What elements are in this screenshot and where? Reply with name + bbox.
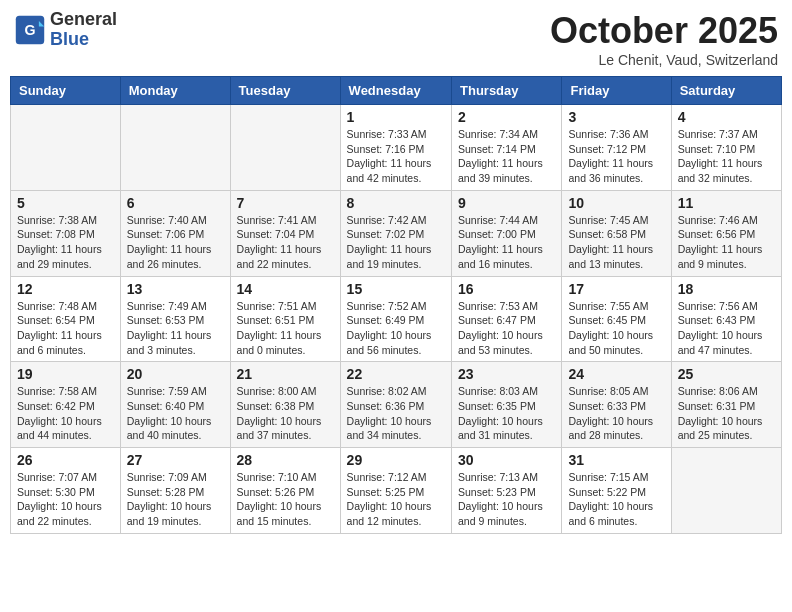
day-info: Sunrise: 7:10 AM Sunset: 5:26 PM Dayligh… — [237, 470, 334, 529]
day-info: Sunrise: 8:03 AM Sunset: 6:35 PM Dayligh… — [458, 384, 555, 443]
day-info: Sunrise: 7:36 AM Sunset: 7:12 PM Dayligh… — [568, 127, 664, 186]
day-number: 28 — [237, 452, 334, 468]
week-row-2: 5Sunrise: 7:38 AM Sunset: 7:08 PM Daylig… — [11, 190, 782, 276]
day-number: 13 — [127, 281, 224, 297]
day-number: 10 — [568, 195, 664, 211]
day-info: Sunrise: 7:15 AM Sunset: 5:22 PM Dayligh… — [568, 470, 664, 529]
calendar-cell: 25Sunrise: 8:06 AM Sunset: 6:31 PM Dayli… — [671, 362, 781, 448]
location: Le Chenit, Vaud, Switzerland — [550, 52, 778, 68]
day-number: 11 — [678, 195, 775, 211]
day-number: 21 — [237, 366, 334, 382]
day-number: 29 — [347, 452, 445, 468]
day-number: 14 — [237, 281, 334, 297]
day-info: Sunrise: 7:59 AM Sunset: 6:40 PM Dayligh… — [127, 384, 224, 443]
calendar-cell: 10Sunrise: 7:45 AM Sunset: 6:58 PM Dayli… — [562, 190, 671, 276]
calendar-cell: 3Sunrise: 7:36 AM Sunset: 7:12 PM Daylig… — [562, 105, 671, 191]
logo-blue: Blue — [50, 30, 117, 50]
day-info: Sunrise: 7:44 AM Sunset: 7:00 PM Dayligh… — [458, 213, 555, 272]
day-number: 17 — [568, 281, 664, 297]
calendar-cell: 18Sunrise: 7:56 AM Sunset: 6:43 PM Dayli… — [671, 276, 781, 362]
day-info: Sunrise: 7:42 AM Sunset: 7:02 PM Dayligh… — [347, 213, 445, 272]
day-number: 31 — [568, 452, 664, 468]
calendar-cell: 5Sunrise: 7:38 AM Sunset: 7:08 PM Daylig… — [11, 190, 121, 276]
calendar-cell: 6Sunrise: 7:40 AM Sunset: 7:06 PM Daylig… — [120, 190, 230, 276]
calendar-cell: 7Sunrise: 7:41 AM Sunset: 7:04 PM Daylig… — [230, 190, 340, 276]
day-info: Sunrise: 7:38 AM Sunset: 7:08 PM Dayligh… — [17, 213, 114, 272]
day-info: Sunrise: 7:53 AM Sunset: 6:47 PM Dayligh… — [458, 299, 555, 358]
day-number: 12 — [17, 281, 114, 297]
calendar-cell — [230, 105, 340, 191]
calendar-cell: 12Sunrise: 7:48 AM Sunset: 6:54 PM Dayli… — [11, 276, 121, 362]
calendar-cell: 14Sunrise: 7:51 AM Sunset: 6:51 PM Dayli… — [230, 276, 340, 362]
week-row-5: 26Sunrise: 7:07 AM Sunset: 5:30 PM Dayli… — [11, 448, 782, 534]
calendar-cell: 17Sunrise: 7:55 AM Sunset: 6:45 PM Dayli… — [562, 276, 671, 362]
title-section: October 2025 Le Chenit, Vaud, Switzerlan… — [550, 10, 778, 68]
week-row-1: 1Sunrise: 7:33 AM Sunset: 7:16 PM Daylig… — [11, 105, 782, 191]
day-number: 16 — [458, 281, 555, 297]
day-info: Sunrise: 8:02 AM Sunset: 6:36 PM Dayligh… — [347, 384, 445, 443]
calendar-cell: 26Sunrise: 7:07 AM Sunset: 5:30 PM Dayli… — [11, 448, 121, 534]
calendar-cell: 28Sunrise: 7:10 AM Sunset: 5:26 PM Dayli… — [230, 448, 340, 534]
day-number: 19 — [17, 366, 114, 382]
weekday-header-tuesday: Tuesday — [230, 77, 340, 105]
calendar-cell: 16Sunrise: 7:53 AM Sunset: 6:47 PM Dayli… — [452, 276, 562, 362]
calendar-cell: 31Sunrise: 7:15 AM Sunset: 5:22 PM Dayli… — [562, 448, 671, 534]
weekday-header-row: SundayMondayTuesdayWednesdayThursdayFrid… — [11, 77, 782, 105]
day-info: Sunrise: 7:58 AM Sunset: 6:42 PM Dayligh… — [17, 384, 114, 443]
day-number: 24 — [568, 366, 664, 382]
day-number: 6 — [127, 195, 224, 211]
weekday-header-monday: Monday — [120, 77, 230, 105]
calendar-cell: 21Sunrise: 8:00 AM Sunset: 6:38 PM Dayli… — [230, 362, 340, 448]
weekday-header-saturday: Saturday — [671, 77, 781, 105]
calendar-cell: 8Sunrise: 7:42 AM Sunset: 7:02 PM Daylig… — [340, 190, 451, 276]
weekday-header-friday: Friday — [562, 77, 671, 105]
day-number: 18 — [678, 281, 775, 297]
day-info: Sunrise: 7:37 AM Sunset: 7:10 PM Dayligh… — [678, 127, 775, 186]
day-info: Sunrise: 7:55 AM Sunset: 6:45 PM Dayligh… — [568, 299, 664, 358]
day-info: Sunrise: 7:09 AM Sunset: 5:28 PM Dayligh… — [127, 470, 224, 529]
calendar-cell — [11, 105, 121, 191]
day-number: 3 — [568, 109, 664, 125]
day-number: 4 — [678, 109, 775, 125]
day-number: 8 — [347, 195, 445, 211]
day-info: Sunrise: 7:56 AM Sunset: 6:43 PM Dayligh… — [678, 299, 775, 358]
calendar-cell: 27Sunrise: 7:09 AM Sunset: 5:28 PM Dayli… — [120, 448, 230, 534]
calendar-cell: 24Sunrise: 8:05 AM Sunset: 6:33 PM Dayli… — [562, 362, 671, 448]
weekday-header-sunday: Sunday — [11, 77, 121, 105]
calendar-cell: 13Sunrise: 7:49 AM Sunset: 6:53 PM Dayli… — [120, 276, 230, 362]
day-number: 30 — [458, 452, 555, 468]
calendar-cell: 4Sunrise: 7:37 AM Sunset: 7:10 PM Daylig… — [671, 105, 781, 191]
day-number: 20 — [127, 366, 224, 382]
calendar-cell: 19Sunrise: 7:58 AM Sunset: 6:42 PM Dayli… — [11, 362, 121, 448]
calendar-cell — [120, 105, 230, 191]
calendar-cell: 29Sunrise: 7:12 AM Sunset: 5:25 PM Dayli… — [340, 448, 451, 534]
day-info: Sunrise: 7:49 AM Sunset: 6:53 PM Dayligh… — [127, 299, 224, 358]
logo-general: General — [50, 10, 117, 30]
calendar-cell: 9Sunrise: 7:44 AM Sunset: 7:00 PM Daylig… — [452, 190, 562, 276]
weekday-header-wednesday: Wednesday — [340, 77, 451, 105]
day-info: Sunrise: 7:13 AM Sunset: 5:23 PM Dayligh… — [458, 470, 555, 529]
calendar-cell: 30Sunrise: 7:13 AM Sunset: 5:23 PM Dayli… — [452, 448, 562, 534]
logo-icon: G — [14, 14, 46, 46]
calendar-cell: 23Sunrise: 8:03 AM Sunset: 6:35 PM Dayli… — [452, 362, 562, 448]
day-number: 22 — [347, 366, 445, 382]
day-info: Sunrise: 7:45 AM Sunset: 6:58 PM Dayligh… — [568, 213, 664, 272]
week-row-3: 12Sunrise: 7:48 AM Sunset: 6:54 PM Dayli… — [11, 276, 782, 362]
day-number: 2 — [458, 109, 555, 125]
day-number: 9 — [458, 195, 555, 211]
day-info: Sunrise: 7:52 AM Sunset: 6:49 PM Dayligh… — [347, 299, 445, 358]
day-info: Sunrise: 8:06 AM Sunset: 6:31 PM Dayligh… — [678, 384, 775, 443]
day-number: 25 — [678, 366, 775, 382]
month-title: October 2025 — [550, 10, 778, 52]
day-number: 23 — [458, 366, 555, 382]
day-info: Sunrise: 7:07 AM Sunset: 5:30 PM Dayligh… — [17, 470, 114, 529]
calendar-cell: 20Sunrise: 7:59 AM Sunset: 6:40 PM Dayli… — [120, 362, 230, 448]
calendar-cell: 11Sunrise: 7:46 AM Sunset: 6:56 PM Dayli… — [671, 190, 781, 276]
day-info: Sunrise: 7:41 AM Sunset: 7:04 PM Dayligh… — [237, 213, 334, 272]
day-info: Sunrise: 8:00 AM Sunset: 6:38 PM Dayligh… — [237, 384, 334, 443]
day-number: 27 — [127, 452, 224, 468]
calendar-cell: 1Sunrise: 7:33 AM Sunset: 7:16 PM Daylig… — [340, 105, 451, 191]
day-info: Sunrise: 7:33 AM Sunset: 7:16 PM Dayligh… — [347, 127, 445, 186]
weekday-header-thursday: Thursday — [452, 77, 562, 105]
logo: G General Blue — [14, 10, 117, 50]
